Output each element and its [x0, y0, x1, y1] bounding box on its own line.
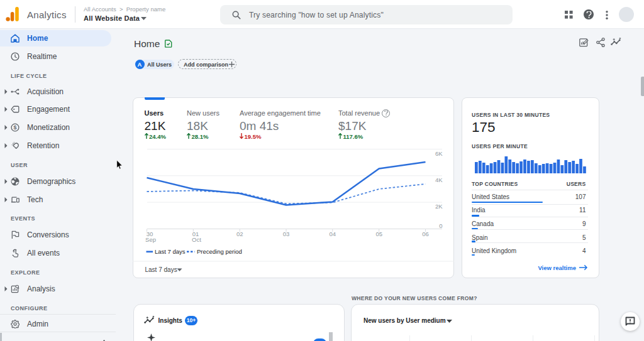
svg-text:Preceding period: Preceding period	[197, 248, 242, 255]
svg-text:0: 0	[439, 222, 442, 229]
svg-text:03: 03	[283, 230, 290, 237]
svg-text:6K: 6K	[435, 150, 443, 157]
svg-text:Oct: Oct	[192, 236, 201, 243]
svg-text:$: $	[13, 124, 16, 131]
svg-text:Sep: Sep	[145, 236, 156, 243]
svg-text:06: 06	[422, 230, 429, 237]
svg-text:Last 7 days: Last 7 days	[155, 248, 186, 255]
svg-text:04: 04	[330, 230, 336, 237]
svg-text:Last 7 days: Last 7 days	[145, 266, 177, 273]
svg-text:2K: 2K	[435, 203, 443, 210]
svg-text:4K: 4K	[435, 176, 443, 183]
svg-text:02: 02	[236, 230, 243, 237]
svg-text:05: 05	[375, 230, 382, 237]
